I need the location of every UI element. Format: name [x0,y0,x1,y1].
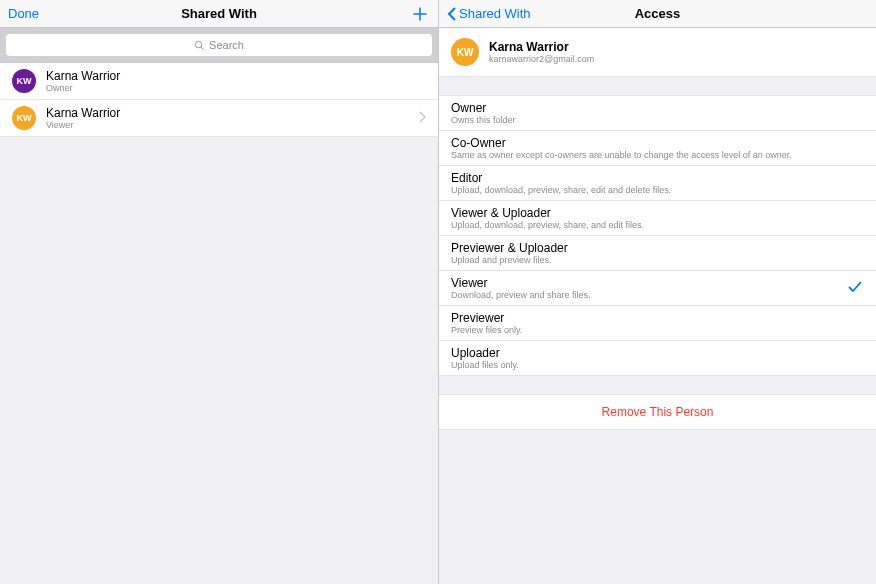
person-role: Owner [46,83,120,93]
right-pane: Shared With Access KW Karna Warrior karn… [438,0,876,584]
option-desc: Upload and preview files. [451,255,864,265]
option-desc: Upload files only. [451,360,864,370]
search-icon [194,40,205,51]
option-desc: Owns this folder [451,115,864,125]
access-options: Owner Owns this folder Co-Owner Same as … [439,95,876,376]
person-row[interactable]: KW Karna Warrior Viewer [0,100,438,137]
option-title: Owner [451,101,864,115]
avatar: KW [12,106,36,130]
access-option-coowner[interactable]: Co-Owner Same as owner except co-owners … [439,131,876,166]
person-info: Karna Warrior Owner [46,69,120,93]
option-desc: Upload, download, preview, share, edit a… [451,185,864,195]
user-header: KW Karna Warrior karnawarrior2@gmail.com [439,28,876,77]
chevron-left-icon [447,7,457,21]
right-nav-title: Access [635,6,681,21]
access-option-viewer[interactable]: Viewer Download, preview and share files… [439,271,876,306]
option-title: Viewer [451,276,864,290]
option-title: Co-Owner [451,136,864,150]
remove-person-button[interactable]: Remove This Person [439,395,876,429]
access-option-previewer-uploader[interactable]: Previewer & Uploader Upload and preview … [439,236,876,271]
svg-point-0 [195,41,201,47]
option-desc: Same as owner except co-owners are unabl… [451,150,864,160]
done-button[interactable]: Done [8,6,39,21]
option-desc: Download, preview and share files. [451,290,864,300]
person-name: Karna Warrior [46,106,120,120]
people-list: KW Karna Warrior Owner KW Karna Warrior … [0,63,438,137]
option-title: Previewer [451,311,864,325]
access-option-owner[interactable]: Owner Owns this folder [439,96,876,131]
person-row[interactable]: KW Karna Warrior Owner [0,63,438,100]
option-desc: Upload, download, preview, share, and ed… [451,220,864,230]
back-label: Shared With [459,6,531,21]
person-info: Karna Warrior Viewer [46,106,120,130]
plus-icon [412,6,428,22]
user-email: karnawarrior2@gmail.com [489,54,594,64]
checkmark-icon [848,279,862,297]
avatar: KW [12,69,36,93]
option-title: Viewer & Uploader [451,206,864,220]
chevron-right-icon [418,109,426,127]
access-option-editor[interactable]: Editor Upload, download, preview, share,… [439,166,876,201]
option-desc: Preview files only. [451,325,864,335]
left-pane: Done Shared With Search KW Karna Warrior… [0,0,438,584]
remove-section: Remove This Person [439,394,876,430]
search-bar: Search [0,28,438,63]
person-role: Viewer [46,120,120,130]
option-title: Previewer & Uploader [451,241,864,255]
left-nav-title: Shared With [181,6,257,21]
access-option-viewer-uploader[interactable]: Viewer & Uploader Upload, download, prev… [439,201,876,236]
right-nav: Shared With Access [439,0,876,28]
option-title: Editor [451,171,864,185]
app-root: Done Shared With Search KW Karna Warrior… [0,0,876,584]
access-option-previewer[interactable]: Previewer Preview files only. [439,306,876,341]
search-placeholder: Search [209,39,244,51]
user-name: Karna Warrior [489,40,594,54]
access-option-uploader[interactable]: Uploader Upload files only. [439,341,876,375]
add-button[interactable] [412,6,428,22]
back-button[interactable]: Shared With [447,6,531,21]
avatar: KW [451,38,479,66]
user-info: Karna Warrior karnawarrior2@gmail.com [489,40,594,64]
search-input[interactable]: Search [6,34,432,56]
person-name: Karna Warrior [46,69,120,83]
left-nav: Done Shared With [0,0,438,28]
svg-line-1 [201,47,203,49]
option-title: Uploader [451,346,864,360]
